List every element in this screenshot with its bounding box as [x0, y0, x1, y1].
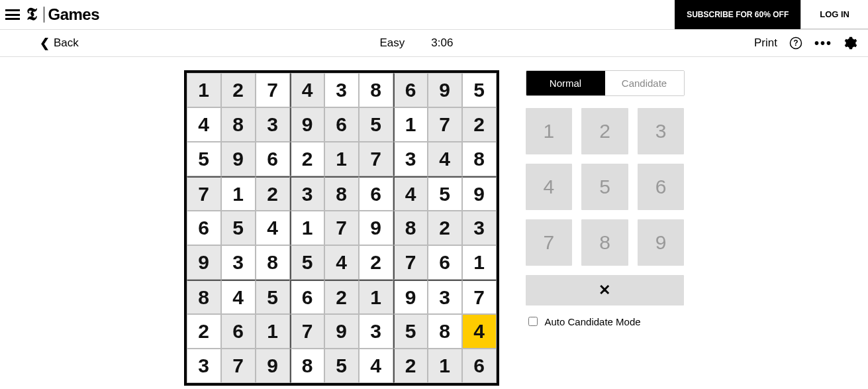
sudoku-cell[interactable]: 5: [187, 142, 221, 176]
sudoku-cell[interactable]: 6: [324, 107, 359, 142]
sudoku-cell[interactable]: 9: [221, 142, 256, 176]
sudoku-cell[interactable]: 5: [290, 245, 324, 280]
sudoku-cell[interactable]: 9: [290, 107, 324, 142]
sudoku-cell[interactable]: 9: [428, 73, 462, 107]
sudoku-cell[interactable]: 1: [428, 349, 462, 383]
sudoku-cell[interactable]: 5: [428, 176, 462, 211]
sudoku-cell[interactable]: 7: [393, 245, 428, 280]
sudoku-cell[interactable]: 6: [187, 211, 221, 245]
sudoku-cell[interactable]: 2: [221, 73, 256, 107]
sudoku-cell[interactable]: 2: [324, 280, 359, 314]
sudoku-cell[interactable]: 4: [187, 107, 221, 142]
sudoku-cell[interactable]: 3: [428, 280, 462, 314]
sudoku-cell[interactable]: 8: [290, 349, 324, 383]
sudoku-cell[interactable]: 1: [462, 245, 497, 280]
sudoku-cell[interactable]: 5: [393, 314, 428, 349]
sudoku-cell[interactable]: 9: [324, 314, 359, 349]
sudoku-cell[interactable]: 6: [393, 73, 428, 107]
keypad-3[interactable]: 3: [638, 108, 685, 154]
sudoku-cell[interactable]: 2: [462, 107, 497, 142]
print-button[interactable]: Print: [754, 36, 777, 50]
sudoku-cell[interactable]: 3: [221, 245, 256, 280]
keypad-7[interactable]: 7: [526, 219, 573, 266]
keypad-2[interactable]: 2: [581, 108, 628, 154]
sudoku-cell[interactable]: 8: [256, 245, 290, 280]
sudoku-cell[interactable]: 7: [256, 73, 290, 107]
sudoku-cell[interactable]: 4: [221, 280, 256, 314]
sudoku-cell[interactable]: 1: [256, 314, 290, 349]
keypad-4[interactable]: 4: [526, 164, 573, 210]
sudoku-cell[interactable]: 4: [393, 176, 428, 211]
more-icon[interactable]: •••: [814, 36, 832, 51]
sudoku-cell[interactable]: 8: [359, 73, 393, 107]
mode-candidate-button[interactable]: Candidate: [605, 71, 684, 95]
sudoku-cell[interactable]: 8: [221, 107, 256, 142]
sudoku-cell[interactable]: 5: [462, 73, 497, 107]
subscribe-button[interactable]: SUBSCRIBE FOR 60% OFF: [675, 0, 800, 29]
sudoku-cell[interactable]: 4: [324, 245, 359, 280]
sudoku-cell[interactable]: 8: [324, 176, 359, 211]
settings-icon[interactable]: [844, 36, 857, 50]
site-logo[interactable]: 𝕿 Games: [26, 5, 99, 25]
sudoku-cell[interactable]: 1: [359, 280, 393, 314]
help-icon[interactable]: ?: [789, 36, 802, 50]
sudoku-cell[interactable]: 3: [290, 176, 324, 211]
keypad-6[interactable]: 6: [638, 164, 685, 210]
keypad-9[interactable]: 9: [638, 219, 685, 266]
sudoku-cell[interactable]: 7: [462, 280, 497, 314]
sudoku-cell[interactable]: 1: [324, 142, 359, 176]
sudoku-cell[interactable]: 8: [428, 314, 462, 349]
sudoku-cell[interactable]: 8: [187, 280, 221, 314]
keypad-8[interactable]: 8: [581, 219, 628, 266]
back-button[interactable]: ❮ Back: [40, 36, 79, 50]
sudoku-cell[interactable]: 8: [462, 142, 497, 176]
sudoku-cell[interactable]: 6: [359, 176, 393, 211]
sudoku-cell[interactable]: 4: [462, 314, 497, 349]
sudoku-cell[interactable]: 7: [324, 211, 359, 245]
sudoku-cell[interactable]: 9: [462, 176, 497, 211]
sudoku-cell[interactable]: 4: [290, 73, 324, 107]
sudoku-cell[interactable]: 9: [359, 211, 393, 245]
sudoku-cell[interactable]: 2: [290, 142, 324, 176]
sudoku-cell[interactable]: 6: [221, 314, 256, 349]
sudoku-cell[interactable]: 6: [290, 280, 324, 314]
sudoku-cell[interactable]: 2: [256, 176, 290, 211]
sudoku-cell[interactable]: 1: [290, 211, 324, 245]
sudoku-cell[interactable]: 5: [324, 349, 359, 383]
sudoku-cell[interactable]: 3: [256, 107, 290, 142]
sudoku-cell[interactable]: 2: [428, 211, 462, 245]
sudoku-cell[interactable]: 3: [187, 349, 221, 383]
keypad-1[interactable]: 1: [526, 108, 573, 154]
sudoku-cell[interactable]: 6: [462, 349, 497, 383]
sudoku-cell[interactable]: 4: [359, 349, 393, 383]
sudoku-cell[interactable]: 1: [393, 107, 428, 142]
sudoku-cell[interactable]: 3: [462, 211, 497, 245]
sudoku-cell[interactable]: 4: [428, 142, 462, 176]
keypad-clear[interactable]: ✕: [526, 275, 685, 306]
sudoku-cell[interactable]: 7: [187, 176, 221, 211]
keypad-5[interactable]: 5: [581, 164, 628, 210]
sudoku-cell[interactable]: 4: [256, 211, 290, 245]
sudoku-cell[interactable]: 7: [359, 142, 393, 176]
auto-candidate-checkbox[interactable]: [528, 317, 538, 326]
sudoku-cell[interactable]: 3: [324, 73, 359, 107]
sudoku-cell[interactable]: 1: [221, 176, 256, 211]
sudoku-cell[interactable]: 2: [359, 245, 393, 280]
menu-button[interactable]: [5, 9, 20, 20]
sudoku-cell[interactable]: 7: [428, 107, 462, 142]
sudoku-cell[interactable]: 8: [393, 211, 428, 245]
sudoku-cell[interactable]: 2: [393, 349, 428, 383]
sudoku-cell[interactable]: 2: [187, 314, 221, 349]
mode-normal-button[interactable]: Normal: [526, 71, 605, 95]
sudoku-cell[interactable]: 9: [393, 280, 428, 314]
sudoku-cell[interactable]: 9: [256, 349, 290, 383]
sudoku-cell[interactable]: 5: [359, 107, 393, 142]
sudoku-cell[interactable]: 6: [428, 245, 462, 280]
sudoku-cell[interactable]: 1: [187, 73, 221, 107]
sudoku-cell[interactable]: 7: [221, 349, 256, 383]
sudoku-cell[interactable]: 5: [221, 211, 256, 245]
sudoku-cell[interactable]: 3: [359, 314, 393, 349]
login-button[interactable]: LOG IN: [800, 0, 868, 29]
sudoku-cell[interactable]: 3: [393, 142, 428, 176]
sudoku-cell[interactable]: 9: [187, 245, 221, 280]
